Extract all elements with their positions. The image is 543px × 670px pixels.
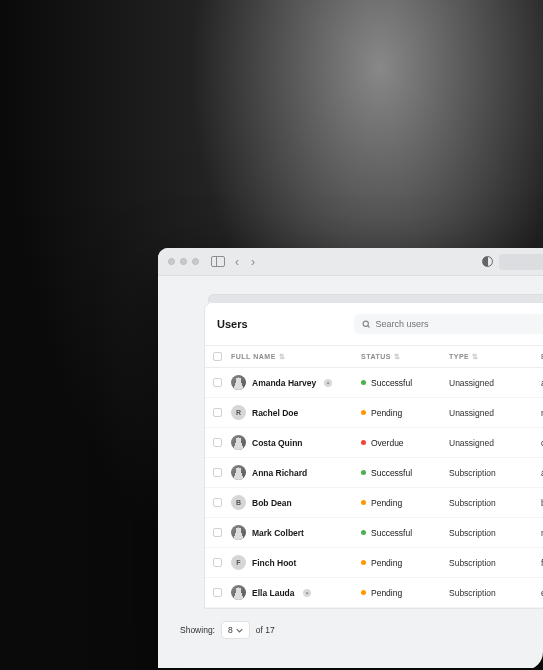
avatar: F <box>231 555 246 570</box>
user-name: Rachel Doe <box>252 408 298 418</box>
user-name: Bob Dean <box>252 498 292 508</box>
avatar <box>231 375 246 390</box>
status-dot-icon <box>361 380 366 385</box>
status-dot-icon <box>361 470 366 475</box>
avatar <box>231 525 246 540</box>
avatar <box>231 435 246 450</box>
type-text: Subscription <box>449 498 541 508</box>
verified-badge-icon: ✦ <box>303 589 311 597</box>
window-controls <box>168 258 199 265</box>
table-row[interactable]: Costa QuinnOverdueUnassignedcosta@site <box>205 428 543 458</box>
users-panel: Users Sta FULL NAME⇅ STATUS⇅ TYPE⇅ EMAIL… <box>204 302 543 609</box>
column-header-name[interactable]: FULL NAME⇅ <box>231 353 361 361</box>
row-checkbox[interactable] <box>213 408 222 417</box>
status-text: Pending <box>371 588 402 598</box>
verified-badge-icon: ✦ <box>324 379 332 387</box>
type-text: Subscription <box>449 588 541 598</box>
search-input[interactable] <box>376 319 543 329</box>
status-dot-icon <box>361 500 366 505</box>
of-total-label: of 17 <box>256 625 275 635</box>
nav-forward-button[interactable]: › <box>249 255 257 269</box>
sort-icon: ⇅ <box>394 353 401 360</box>
row-checkbox[interactable] <box>213 528 222 537</box>
pagination: Showing: 8 of 17 <box>176 609 543 651</box>
sort-icon: ⇅ <box>472 353 479 360</box>
column-header-type[interactable]: TYPE⇅ <box>449 353 541 361</box>
user-name: Amanda Harvey <box>252 378 316 388</box>
panel-title: Users <box>217 318 248 330</box>
status-dot-icon <box>361 590 366 595</box>
table-row[interactable]: Mark ColbertSuccessfulSubscriptionmark@s… <box>205 518 543 548</box>
search-field[interactable] <box>354 314 543 334</box>
status-text: Successful <box>371 528 412 538</box>
sidebar-toggle-icon[interactable] <box>211 256 225 267</box>
avatar: B <box>231 495 246 510</box>
row-checkbox[interactable] <box>213 438 222 447</box>
type-text: Unassigned <box>449 408 541 418</box>
table-header: FULL NAME⇅ STATUS⇅ TYPE⇅ EMAIL <box>205 346 543 368</box>
status-text: Pending <box>371 408 402 418</box>
showing-label: Showing: <box>180 625 215 635</box>
type-text: Subscription <box>449 468 541 478</box>
row-checkbox[interactable] <box>213 588 222 597</box>
user-name: Anna Richard <box>252 468 307 478</box>
column-header-status[interactable]: STATUS⇅ <box>361 353 449 361</box>
status-text: Successful <box>371 468 412 478</box>
address-bar[interactable] <box>499 254 543 270</box>
table-row[interactable]: RRachel DoePendingUnassignedrachel@sit <box>205 398 543 428</box>
close-window-button[interactable] <box>168 258 175 265</box>
maximize-window-button[interactable] <box>192 258 199 265</box>
status-text: Successful <box>371 378 412 388</box>
user-name: Costa Quinn <box>252 438 303 448</box>
status-dot-icon <box>361 560 366 565</box>
panel-stack-shadow <box>208 294 543 302</box>
table-row[interactable]: BBob DeanPendingSubscriptionbob@site. <box>205 488 543 518</box>
minimize-window-button[interactable] <box>180 258 187 265</box>
table-body: Amanda Harvey✦SuccessfulUnassignedamanda… <box>205 368 543 608</box>
avatar <box>231 585 246 600</box>
status-text: Overdue <box>371 438 404 448</box>
type-text: Unassigned <box>449 438 541 448</box>
type-text: Subscription <box>449 528 541 538</box>
type-text: Unassigned <box>449 378 541 388</box>
search-icon <box>362 320 371 329</box>
sort-icon: ⇅ <box>279 353 286 360</box>
status-text: Pending <box>371 498 402 508</box>
table-row[interactable]: Amanda Harvey✦SuccessfulUnassignedamanda… <box>205 368 543 398</box>
svg-point-0 <box>363 321 368 326</box>
nav-back-button[interactable]: ‹ <box>233 255 241 269</box>
reader-mode-icon[interactable] <box>482 256 493 267</box>
per-page-select[interactable]: 8 <box>221 621 250 639</box>
select-all-checkbox[interactable] <box>213 352 222 361</box>
browser-window: ‹ › ↻ Users Sta FULL NAME⇅ STATUS⇅ TY <box>158 248 543 668</box>
status-dot-icon <box>361 410 366 415</box>
row-checkbox[interactable] <box>213 378 222 387</box>
row-checkbox[interactable] <box>213 498 222 507</box>
table-row[interactable]: FFinch HootPendingSubscriptionfinch@site <box>205 548 543 578</box>
browser-toolbar: ‹ › ↻ <box>158 248 543 276</box>
avatar <box>231 465 246 480</box>
panel-header: Users Sta <box>205 303 543 346</box>
row-checkbox[interactable] <box>213 468 222 477</box>
user-name: Finch Hoot <box>252 558 296 568</box>
user-name: Ella Lauda <box>252 588 295 598</box>
status-dot-icon <box>361 530 366 535</box>
row-checkbox[interactable] <box>213 558 222 567</box>
app-content: Users Sta FULL NAME⇅ STATUS⇅ TYPE⇅ EMAIL… <box>158 276 543 651</box>
chevron-down-icon <box>236 627 243 634</box>
table-row[interactable]: Ella Lauda✦PendingSubscriptionella@site.… <box>205 578 543 608</box>
type-text: Subscription <box>449 558 541 568</box>
avatar: R <box>231 405 246 420</box>
user-name: Mark Colbert <box>252 528 304 538</box>
status-dot-icon <box>361 440 366 445</box>
table-row[interactable]: Anna RichardSuccessfulSubscriptionanne@s… <box>205 458 543 488</box>
status-text: Pending <box>371 558 402 568</box>
svg-line-1 <box>367 325 369 327</box>
